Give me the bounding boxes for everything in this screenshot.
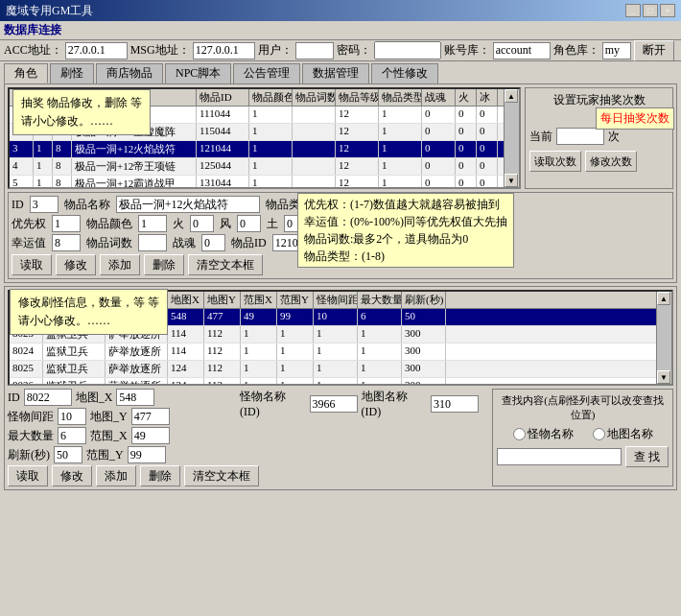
scroll-down-monster[interactable]: ▼ <box>657 370 670 384</box>
tooltip-monster: 修改刷怪信息，数量，等 等 请小心修改。…… <box>10 289 168 335</box>
current-unit: 次 <box>608 129 620 145</box>
item-hint: 优先权：(1-7)数值越大就越容易被抽到 幸运值：(0%-100%)同等优先权值… <box>297 193 514 268</box>
tab-npc[interactable]: NPC脚本 <box>165 63 231 83</box>
form-words-label: 物品词数 <box>86 235 132 251</box>
mf-mname-input[interactable] <box>310 395 358 413</box>
mf-mapnameid-input[interactable] <box>431 395 479 413</box>
form-earth-label: 土 <box>267 216 278 232</box>
mf-dist-input[interactable] <box>58 408 86 425</box>
item-table-row[interactable]: 518极品一洞+12霸道战甲1310441121000 <box>10 176 519 189</box>
form-priority-label: 优先权 <box>12 216 46 232</box>
close-button[interactable]: × <box>660 4 675 17</box>
form-soul-label: 战魂 <box>173 235 196 251</box>
tab-spawn[interactable]: 刷怪 <box>50 63 94 83</box>
lottery-tooltip: 每日抽奖次数 <box>596 107 674 130</box>
modify-count-button[interactable]: 修改次数 <box>585 151 637 172</box>
tab-data[interactable]: 数据管理 <box>302 63 369 83</box>
form-luck-input[interactable] <box>52 234 81 251</box>
tab-role[interactable]: 角色 <box>4 63 48 83</box>
form-priority-input[interactable] <box>52 215 81 232</box>
monster-add-button[interactable]: 添加 <box>96 465 136 486</box>
mf-refresh-input[interactable] <box>54 446 82 463</box>
form-words-input[interactable] <box>138 234 167 251</box>
form-wind-label: 风 <box>220 216 231 232</box>
form-wind-input[interactable] <box>237 215 261 232</box>
acc-input[interactable] <box>65 42 128 59</box>
item-add-button[interactable]: 添加 <box>100 254 140 275</box>
title-bar-buttons[interactable]: _ □ × <box>625 4 675 17</box>
mf-rangex-input[interactable] <box>131 427 170 444</box>
item-modify-button[interactable]: 修改 <box>56 254 96 275</box>
mf-rangex-label: 范围_X <box>90 428 128 444</box>
monster-table-row[interactable]: 8024监狱卫兵萨举放逐所1141121111300 <box>10 344 671 361</box>
db-label: 账号库： <box>444 42 490 59</box>
pwd-label: 密码： <box>337 42 371 59</box>
current-input[interactable] <box>556 128 604 145</box>
disconnect-button[interactable]: 断开 <box>634 40 674 61</box>
mf-mapname-label: 地图名称(ID) <box>362 389 428 419</box>
db-section-label: 数据库连接 <box>4 22 61 38</box>
mf-id-label: ID <box>8 391 20 405</box>
form-soul-input[interactable] <box>201 234 225 251</box>
title-bar-title: 魔域专用GM工具 <box>6 3 93 19</box>
mf-mapx-label: 地图_X <box>76 390 113 406</box>
minimize-button[interactable]: _ <box>625 4 641 17</box>
scroll-up-monster[interactable]: ▲ <box>657 292 670 305</box>
form-fire-input[interactable] <box>190 215 214 232</box>
monster-modify-button[interactable]: 修改 <box>52 465 92 486</box>
monster-delete-button[interactable]: 删除 <box>140 465 180 486</box>
mf-mapx-input[interactable] <box>116 389 154 406</box>
tab-notice[interactable]: 公告管理 <box>233 63 300 83</box>
form-id-input[interactable] <box>30 196 59 213</box>
radio-monster-name[interactable]: 怪物名称 <box>513 426 574 442</box>
maximize-button[interactable]: □ <box>643 4 658 17</box>
read-count-button[interactable]: 读取次数 <box>529 151 581 172</box>
monster-read-button[interactable]: 读取 <box>8 465 48 486</box>
search-input[interactable] <box>497 448 622 465</box>
mf-mname-label: 怪物名称(ID) <box>240 389 306 419</box>
item-clear-button[interactable]: 清空文本框 <box>188 254 263 275</box>
current-label: 当前 <box>529 129 552 145</box>
mf-rangey-label: 范围_Y <box>86 447 124 463</box>
form-name-input[interactable] <box>116 196 260 213</box>
scroll-up-item[interactable]: ▲ <box>505 89 518 103</box>
monster-table-row[interactable]: 8026监狱卫兵萨举放逐所1241121111300 <box>10 378 671 386</box>
form-color-input[interactable] <box>138 215 167 232</box>
find-button[interactable]: 查 找 <box>625 446 669 467</box>
form-fire-label: 火 <box>173 216 184 232</box>
role-input[interactable] <box>602 42 631 59</box>
pwd-input[interactable] <box>374 41 441 59</box>
acc-label: ACC地址： <box>4 42 62 59</box>
scroll-down-item[interactable]: ▼ <box>505 174 518 187</box>
mf-id-input[interactable] <box>24 389 72 406</box>
radio-map-name[interactable]: 地图名称 <box>593 426 653 442</box>
db-input[interactable] <box>493 42 551 59</box>
msg-label: MSG地址： <box>130 42 190 59</box>
lottery-label: 设置玩家抽奖次数 <box>529 92 669 108</box>
mf-max-input[interactable] <box>58 427 86 444</box>
item-delete-button[interactable]: 删除 <box>144 254 184 275</box>
form-color-label: 物品颜色 <box>86 216 132 232</box>
form-item-id-label: 物品ID <box>231 235 267 251</box>
mf-mapy-input[interactable] <box>131 408 170 425</box>
tooltip-item: 抽奖 物品修改，删除 等 请小心修改。…… <box>12 89 151 135</box>
title-bar: 魔域专用GM工具 _ □ × <box>0 0 681 21</box>
msg-input[interactable] <box>193 42 255 59</box>
tab-personal[interactable]: 个性修改 <box>371 63 438 83</box>
form-name-label: 物品名称 <box>64 197 110 213</box>
mf-dist-label: 怪物间距 <box>8 409 54 425</box>
mf-max-label: 最大数量 <box>8 428 54 444</box>
user-input[interactable] <box>295 42 334 59</box>
mf-refresh-label: 刷新(秒) <box>8 447 50 463</box>
item-table-row[interactable]: 318极品一洞+12火焰战符1210441121000 <box>10 141 519 158</box>
mf-rangey-input[interactable] <box>128 446 166 463</box>
search-label: 查找内容(点刷怪列表可以改变查找位置) <box>497 393 669 422</box>
monster-table-row[interactable]: 8025监狱卫兵萨举放逐所1241121111300 <box>10 361 671 378</box>
form-luck-label: 幸运值 <box>12 235 46 251</box>
item-read-button[interactable]: 读取 <box>12 254 52 275</box>
item-table-row[interactable]: 418极品一洞+12帝王项链1250441121000 <box>10 158 519 176</box>
tab-shop[interactable]: 商店物品 <box>96 63 163 83</box>
user-label: 用户： <box>258 42 293 59</box>
form-id-label: ID <box>12 198 24 212</box>
role-label: 角色库： <box>553 42 599 59</box>
